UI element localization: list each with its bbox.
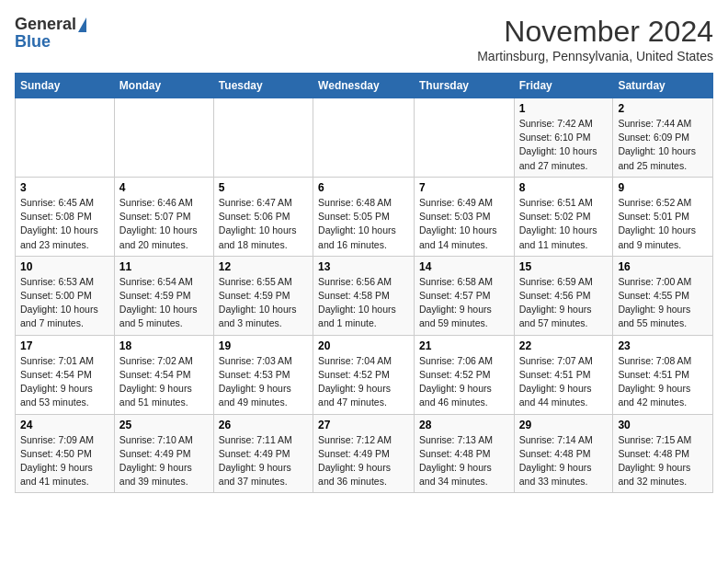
day-number: 9 xyxy=(618,181,708,194)
day-number: 10 xyxy=(20,260,109,273)
calendar-cell: 23Sunrise: 7:08 AM Sunset: 4:51 PM Dayli… xyxy=(613,335,713,414)
calendar-cell: 4Sunrise: 6:46 AM Sunset: 5:07 PM Daylig… xyxy=(114,177,213,256)
day-number: 7 xyxy=(419,181,509,194)
day-number: 16 xyxy=(618,260,708,273)
day-number: 8 xyxy=(519,181,609,194)
day-number: 23 xyxy=(618,339,708,352)
day-number: 30 xyxy=(618,419,708,431)
calendar-cell xyxy=(213,98,313,178)
day-info: Sunrise: 7:13 AM Sunset: 4:48 PM Dayligh… xyxy=(419,433,509,489)
day-info: Sunrise: 6:59 AM Sunset: 4:56 PM Dayligh… xyxy=(519,275,609,331)
calendar-cell: 15Sunrise: 6:59 AM Sunset: 4:56 PM Dayli… xyxy=(514,256,613,335)
calendar-cell xyxy=(414,98,514,178)
day-number: 24 xyxy=(20,419,109,431)
day-info: Sunrise: 6:48 AM Sunset: 5:05 PM Dayligh… xyxy=(318,196,409,252)
day-number: 5 xyxy=(219,181,308,194)
day-number: 1 xyxy=(519,102,609,115)
calendar-cell: 6Sunrise: 6:48 AM Sunset: 5:05 PM Daylig… xyxy=(313,177,415,256)
day-number: 15 xyxy=(519,260,609,273)
day-info: Sunrise: 7:00 AM Sunset: 4:55 PM Dayligh… xyxy=(618,275,708,331)
calendar-cell: 20Sunrise: 7:04 AM Sunset: 4:52 PM Dayli… xyxy=(313,335,415,414)
day-number: 13 xyxy=(318,260,409,273)
day-info: Sunrise: 7:11 AM Sunset: 4:49 PM Dayligh… xyxy=(219,433,308,489)
col-header-friday: Friday xyxy=(514,74,613,98)
calendar-cell: 30Sunrise: 7:15 AM Sunset: 4:48 PM Dayli… xyxy=(613,414,713,493)
calendar-cell: 13Sunrise: 6:56 AM Sunset: 4:58 PM Dayli… xyxy=(313,256,415,335)
calendar-cell: 21Sunrise: 7:06 AM Sunset: 4:52 PM Dayli… xyxy=(414,335,514,414)
day-info: Sunrise: 6:52 AM Sunset: 5:01 PM Dayligh… xyxy=(618,196,708,252)
col-header-saturday: Saturday xyxy=(613,74,713,98)
calendar-cell: 27Sunrise: 7:12 AM Sunset: 4:49 PM Dayli… xyxy=(313,414,415,493)
day-info: Sunrise: 6:46 AM Sunset: 5:07 PM Dayligh… xyxy=(119,196,209,252)
day-info: Sunrise: 7:42 AM Sunset: 6:10 PM Dayligh… xyxy=(519,117,609,173)
calendar-cell: 11Sunrise: 6:54 AM Sunset: 4:59 PM Dayli… xyxy=(114,256,213,335)
day-info: Sunrise: 7:10 AM Sunset: 4:49 PM Dayligh… xyxy=(119,433,209,489)
day-number: 29 xyxy=(519,419,609,431)
calendar-cell: 1Sunrise: 7:42 AM Sunset: 6:10 PM Daylig… xyxy=(514,98,613,178)
day-number: 17 xyxy=(20,339,109,352)
calendar-cell: 24Sunrise: 7:09 AM Sunset: 4:50 PM Dayli… xyxy=(16,414,115,493)
calendar-cell: 16Sunrise: 7:00 AM Sunset: 4:55 PM Dayli… xyxy=(613,256,713,335)
day-number: 2 xyxy=(618,102,708,115)
day-info: Sunrise: 6:49 AM Sunset: 5:03 PM Dayligh… xyxy=(419,196,509,252)
calendar-cell xyxy=(114,98,213,178)
calendar-cell: 2Sunrise: 7:44 AM Sunset: 6:09 PM Daylig… xyxy=(613,98,713,178)
day-info: Sunrise: 7:15 AM Sunset: 4:48 PM Dayligh… xyxy=(618,433,708,489)
col-header-tuesday: Tuesday xyxy=(213,74,313,98)
logo-general: General xyxy=(15,15,76,34)
calendar-cell: 9Sunrise: 6:52 AM Sunset: 5:01 PM Daylig… xyxy=(613,177,713,256)
day-info: Sunrise: 6:55 AM Sunset: 4:59 PM Dayligh… xyxy=(219,275,308,331)
calendar-cell: 8Sunrise: 6:51 AM Sunset: 5:02 PM Daylig… xyxy=(514,177,613,256)
calendar-cell: 29Sunrise: 7:14 AM Sunset: 4:48 PM Dayli… xyxy=(514,414,613,493)
calendar-cell: 10Sunrise: 6:53 AM Sunset: 5:00 PM Dayli… xyxy=(16,256,115,335)
day-number: 19 xyxy=(219,339,308,352)
day-info: Sunrise: 7:04 AM Sunset: 4:52 PM Dayligh… xyxy=(318,354,409,410)
day-number: 22 xyxy=(519,339,609,352)
calendar-cell xyxy=(313,98,415,178)
calendar-cell: 5Sunrise: 6:47 AM Sunset: 5:06 PM Daylig… xyxy=(213,177,313,256)
day-info: Sunrise: 6:53 AM Sunset: 5:00 PM Dayligh… xyxy=(20,275,109,331)
col-header-wednesday: Wednesday xyxy=(313,74,415,98)
calendar-cell: 12Sunrise: 6:55 AM Sunset: 4:59 PM Dayli… xyxy=(213,256,313,335)
day-info: Sunrise: 6:47 AM Sunset: 5:06 PM Dayligh… xyxy=(219,196,308,252)
day-info: Sunrise: 6:51 AM Sunset: 5:02 PM Dayligh… xyxy=(519,196,609,252)
day-info: Sunrise: 6:54 AM Sunset: 4:59 PM Dayligh… xyxy=(119,275,209,331)
day-info: Sunrise: 7:03 AM Sunset: 4:53 PM Dayligh… xyxy=(219,354,308,410)
col-header-thursday: Thursday xyxy=(414,74,514,98)
day-info: Sunrise: 6:56 AM Sunset: 4:58 PM Dayligh… xyxy=(318,275,409,331)
day-number: 11 xyxy=(119,260,209,273)
col-header-monday: Monday xyxy=(114,74,213,98)
title-block: November 2024 Martinsburg, Pennsylvania,… xyxy=(477,15,713,63)
month-title: November 2024 xyxy=(477,15,713,49)
day-number: 20 xyxy=(318,339,409,352)
calendar-cell: 3Sunrise: 6:45 AM Sunset: 5:08 PM Daylig… xyxy=(16,177,115,256)
day-number: 21 xyxy=(419,339,509,352)
day-info: Sunrise: 7:09 AM Sunset: 4:50 PM Dayligh… xyxy=(20,433,109,489)
day-info: Sunrise: 6:45 AM Sunset: 5:08 PM Dayligh… xyxy=(20,196,109,252)
day-number: 4 xyxy=(119,181,209,194)
day-number: 27 xyxy=(318,419,409,431)
day-info: Sunrise: 7:01 AM Sunset: 4:54 PM Dayligh… xyxy=(20,354,109,410)
day-number: 25 xyxy=(119,419,209,431)
calendar-cell: 25Sunrise: 7:10 AM Sunset: 4:49 PM Dayli… xyxy=(114,414,213,493)
logo: General Blue xyxy=(15,15,86,52)
calendar-cell: 22Sunrise: 7:07 AM Sunset: 4:51 PM Dayli… xyxy=(514,335,613,414)
day-number: 6 xyxy=(318,181,409,194)
day-number: 18 xyxy=(119,339,209,352)
logo-blue: Blue xyxy=(15,32,51,52)
day-info: Sunrise: 7:44 AM Sunset: 6:09 PM Dayligh… xyxy=(618,117,708,173)
calendar-cell: 18Sunrise: 7:02 AM Sunset: 4:54 PM Dayli… xyxy=(114,335,213,414)
day-number: 12 xyxy=(219,260,308,273)
day-info: Sunrise: 7:14 AM Sunset: 4:48 PM Dayligh… xyxy=(519,433,609,489)
calendar-cell: 26Sunrise: 7:11 AM Sunset: 4:49 PM Dayli… xyxy=(213,414,313,493)
day-info: Sunrise: 7:08 AM Sunset: 4:51 PM Dayligh… xyxy=(618,354,708,410)
day-info: Sunrise: 6:58 AM Sunset: 4:57 PM Dayligh… xyxy=(419,275,509,331)
calendar-cell: 7Sunrise: 6:49 AM Sunset: 5:03 PM Daylig… xyxy=(414,177,514,256)
day-info: Sunrise: 7:02 AM Sunset: 4:54 PM Dayligh… xyxy=(119,354,209,410)
day-number: 26 xyxy=(219,419,308,431)
calendar-cell: 28Sunrise: 7:13 AM Sunset: 4:48 PM Dayli… xyxy=(414,414,514,493)
day-info: Sunrise: 7:12 AM Sunset: 4:49 PM Dayligh… xyxy=(318,433,409,489)
day-info: Sunrise: 7:06 AM Sunset: 4:52 PM Dayligh… xyxy=(419,354,509,410)
calendar-cell: 14Sunrise: 6:58 AM Sunset: 4:57 PM Dayli… xyxy=(414,256,514,335)
calendar-cell: 17Sunrise: 7:01 AM Sunset: 4:54 PM Dayli… xyxy=(16,335,115,414)
